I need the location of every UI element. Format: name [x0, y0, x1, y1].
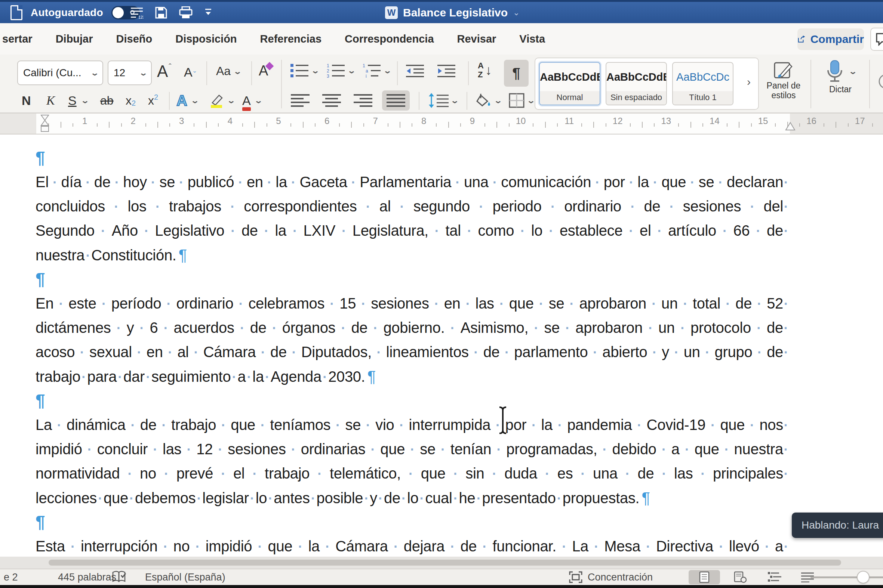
ruler-tick	[242, 123, 243, 127]
align-right-button[interactable]	[354, 90, 372, 111]
empty-paragraph-mark[interactable]: ¶	[36, 267, 789, 291]
zoom-slider-thumb[interactable]	[857, 571, 869, 584]
menu-tab-referencias[interactable]: Referencias	[260, 33, 322, 45]
document-content[interactable]: ¶El·día·de·hoy·se·publicó·en·la·Gaceta·P…	[0, 135, 883, 556]
text-effects-button[interactable]: A⌄	[176, 90, 198, 111]
proofing-status-icon[interactable]	[112, 569, 127, 585]
menu-tab-revisar[interactable]: Revisar	[457, 33, 496, 45]
document-text-line[interactable]: impidió·concluir·las·12·sesiones·ordinar…	[36, 437, 789, 461]
space-mark: ·	[445, 462, 466, 486]
decrease-indent-button[interactable]	[405, 63, 425, 78]
menu-tab-dibujar[interactable]: Dibujar	[56, 33, 93, 45]
zoom-slider-track[interactable]	[811, 576, 883, 578]
grow-font-button[interactable]: Aˆ	[157, 62, 171, 81]
print-icon[interactable]	[179, 6, 193, 19]
italic-button[interactable]: K	[47, 90, 55, 111]
line-spacing-button[interactable]: ⌄	[429, 90, 458, 111]
horizontal-ruler[interactable]: 1234567891011121314151617	[0, 114, 883, 135]
bold-button[interactable]: N	[22, 90, 31, 111]
empty-paragraph-mark[interactable]: ¶	[36, 146, 789, 170]
font-name-select[interactable]: Calibri (Cu... ⌄	[17, 60, 103, 85]
document-text-line[interactable]: Esta·interrupción·no·impidió·que·la·Cáma…	[36, 534, 789, 556]
space-mark: ·	[245, 462, 265, 486]
language-indicator[interactable]: Español (España)	[145, 569, 226, 585]
sensitivity-icon-partial[interactable]	[876, 73, 883, 90]
publishing-view-button[interactable]	[728, 570, 752, 584]
show-formatting-button[interactable]: ¶	[504, 60, 529, 87]
right-indent-marker[interactable]	[785, 122, 796, 131]
shading-button[interactable]: ⌄	[475, 90, 501, 111]
menu-tab-disposición[interactable]: Disposición	[175, 33, 237, 45]
justify-button[interactable]	[382, 90, 410, 111]
underline-button[interactable]: S⌄	[68, 90, 88, 111]
document-text-line[interactable]: normatividad·no·prevé·el·trabajo·telemát…	[36, 461, 789, 486]
space-mark: ·	[356, 292, 371, 316]
increase-indent-button[interactable]	[437, 63, 456, 78]
word: sesiones	[371, 291, 429, 316]
word: Asimismo,	[460, 316, 529, 340]
title-chevron-icon[interactable]: ⌄	[513, 8, 520, 18]
document-text-line[interactable]: acoso·sexual·en·al·Cámara·de·Diputados,·…	[36, 340, 789, 364]
save-icon[interactable]	[155, 6, 167, 19]
page-indicator[interactable]: e 2	[4, 569, 18, 585]
menu-tab-vista[interactable]: Vista	[519, 33, 545, 45]
space-mark: ·	[147, 195, 169, 219]
print-layout-view-button[interactable]	[689, 570, 720, 584]
space-mark: ·	[588, 535, 604, 556]
borders-button[interactable]: ⌄	[508, 90, 534, 111]
sort-button[interactable]: AZ ↓	[478, 61, 492, 79]
document-text-line[interactable]: El·día·de·hoy·se·publicó·en·la·Gaceta·Pa…	[36, 170, 789, 194]
align-center-button[interactable]	[322, 90, 341, 111]
document-title[interactable]: Balance Legislativo	[403, 6, 508, 19]
highlight-button[interactable]: ⌄	[209, 90, 235, 111]
font-size-select[interactable]: 12 ⌄	[108, 60, 152, 85]
word-count[interactable]: 445 palabras	[58, 569, 116, 585]
horizontal-scrollbar[interactable]	[0, 556, 883, 568]
space-mark: ·	[489, 170, 501, 195]
document-text-line[interactable]: En·este·período·ordinario·celebramos·15·…	[36, 291, 789, 316]
clear-formatting-button[interactable]: A	[259, 63, 272, 79]
menu-tab-diseño[interactable]: Diseño	[116, 33, 152, 45]
strikethrough-button[interactable]: ab	[100, 90, 114, 111]
styles-gallery-more-icon[interactable]: ›	[747, 75, 751, 88]
style-card-normal[interactable]: AaBbCcDdEeNormal	[539, 62, 600, 105]
ribbon-collapse-icon[interactable]	[204, 8, 212, 18]
document-text-line[interactable]: dictámenes·y·6·acuerdos·de·órganos·de·go…	[36, 316, 789, 340]
document-text-line[interactable]: La·dinámica·de·trabajo·que·teníamos·se·v…	[36, 413, 789, 437]
styles-pane-button[interactable]: Panel de estilos	[765, 60, 802, 100]
subscript-button[interactable]: x2	[126, 90, 136, 111]
menu-tab-correspondencia[interactable]: Correspondencia	[344, 33, 434, 45]
style-card-título-1[interactable]: AaBbCcDcTítulo 1	[672, 62, 734, 105]
align-left-button[interactable]	[291, 90, 310, 111]
space-mark: ·	[252, 535, 268, 556]
share-button[interactable]: Compartir	[797, 28, 864, 50]
font-color-button[interactable]: A ⌄	[242, 90, 261, 111]
quick-access-list-icon[interactable]: 123	[130, 6, 144, 19]
dictate-button[interactable]: ⌄ Dictar	[822, 60, 859, 94]
document-text-line[interactable]: nuestra·Constitución.¶	[36, 243, 789, 267]
word: a	[775, 534, 783, 556]
shrink-font-button[interactable]: Aˆ	[184, 65, 196, 80]
comments-button[interactable]	[870, 28, 883, 51]
document-canvas[interactable]: ¶El·día·de·hoy·se·publicó·en·la·Gaceta·P…	[0, 135, 883, 556]
style-card-sin-espaciado[interactable]: AaBbCcDdEeSin espaciado	[606, 62, 667, 105]
left-indent-marker[interactable]	[40, 114, 50, 134]
bullets-button[interactable]: ⌄	[290, 63, 319, 78]
numbering-button[interactable]: 123 ⌄	[326, 63, 355, 78]
empty-paragraph-mark[interactable]: ¶	[36, 510, 789, 534]
space-mark: ·	[126, 413, 140, 438]
document-text-line[interactable]: lecciones·que·debemos·legislar·lo·antes·…	[36, 486, 789, 510]
change-case-button[interactable]: Aa⌄	[216, 64, 241, 78]
focus-mode-button[interactable]: Concentración	[569, 569, 653, 585]
document-text-line[interactable]: concluidos·los·trabajos·correspondientes…	[36, 194, 789, 219]
new-document-icon[interactable]	[11, 5, 23, 20]
space-mark: ·	[783, 462, 789, 486]
multilevel-list-button[interactable]: 1ai ⌄	[362, 63, 391, 78]
menu-tab-sertar[interactable]: sertar	[2, 33, 33, 45]
document-text-line[interactable]: trabajo·para·dar·seguimiento·a·la·Agenda…	[36, 364, 789, 388]
superscript-button[interactable]: x2	[148, 90, 158, 111]
empty-paragraph-mark[interactable]: ¶	[36, 388, 789, 413]
outline-view-button[interactable]	[763, 570, 787, 584]
document-text-line[interactable]: Segundo·Año·Legislativo·de·la·LXIV·Legis…	[36, 219, 789, 243]
scrollbar-thumb[interactable]	[49, 560, 841, 566]
